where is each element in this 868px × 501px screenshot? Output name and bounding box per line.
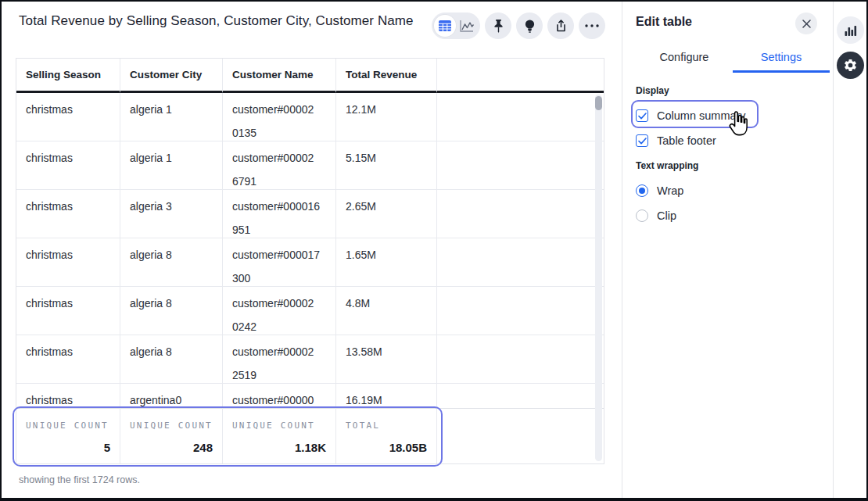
more-options-button[interactable] bbox=[579, 13, 605, 39]
table-grid: Selling Season Customer City Customer Na… bbox=[16, 59, 604, 463]
line-chart-icon bbox=[459, 20, 475, 33]
close-icon bbox=[802, 20, 811, 28]
analytics-panel-button[interactable] bbox=[837, 16, 864, 44]
table-cell-customer[interactable]: customer#000020135 bbox=[223, 93, 336, 141]
table-cell-revenue[interactable]: 12.1M bbox=[336, 93, 437, 141]
gear-icon bbox=[843, 58, 858, 73]
column-header-total-revenue[interactable]: Total Revenue bbox=[336, 59, 437, 93]
summary-aggregate-label: TOTAL bbox=[346, 420, 380, 431]
table-cell-season[interactable]: christmas bbox=[16, 190, 120, 238]
table-cell-empty[interactable] bbox=[437, 93, 604, 141]
summary-cell-empty[interactable] bbox=[437, 409, 604, 463]
table-cell-revenue[interactable]: 1.65M bbox=[336, 238, 437, 287]
check-icon bbox=[638, 113, 647, 120]
table-cell-revenue[interactable]: 2.65M bbox=[336, 190, 437, 238]
summary-value: 248 bbox=[193, 441, 213, 454]
pin-icon bbox=[493, 19, 504, 34]
table-cell-city[interactable]: algeria 3 bbox=[120, 190, 223, 238]
table-cell-customer[interactable]: customer#000020242 bbox=[223, 287, 336, 335]
table-cell-customer[interactable]: customer#000016951 bbox=[223, 190, 336, 238]
table-cell-empty[interactable] bbox=[437, 335, 604, 384]
checkbox-column-summary[interactable] bbox=[636, 109, 648, 122]
table-cell-city[interactable]: algeria 1 bbox=[120, 141, 223, 190]
table-cell-season[interactable]: christmas bbox=[16, 141, 120, 190]
table-cell-customer[interactable]: customer#000026791 bbox=[223, 141, 336, 190]
element-toolbar bbox=[432, 13, 605, 39]
row-count-status: showing the first 1724 rows. bbox=[19, 474, 140, 485]
data-table: Selling Season Customer City Customer Na… bbox=[16, 58, 604, 464]
table-cell-customer[interactable]: customer#000017300 bbox=[223, 238, 336, 287]
tab-settings[interactable]: Settings bbox=[733, 46, 830, 73]
chart-view-button[interactable] bbox=[456, 15, 478, 37]
share-button[interactable] bbox=[547, 13, 574, 39]
table-cell-season[interactable]: christmas bbox=[16, 238, 120, 287]
clip-label: Clip bbox=[657, 209, 676, 222]
summary-value: 5 bbox=[104, 441, 110, 454]
check-icon bbox=[638, 138, 647, 145]
table-cell-empty[interactable] bbox=[437, 238, 604, 287]
table-cell-empty[interactable] bbox=[437, 287, 604, 335]
summary-cell-selling-season[interactable]: UNIQUE COUNT 5 bbox=[16, 409, 120, 463]
close-panel-button[interactable] bbox=[795, 13, 817, 34]
ellipsis-icon bbox=[585, 24, 599, 27]
text-wrapping-heading: Text wrapping bbox=[636, 160, 698, 171]
table-cell-empty[interactable] bbox=[437, 190, 604, 238]
table-cell-city[interactable]: algeria 8 bbox=[120, 287, 223, 335]
table-cell-empty[interactable] bbox=[437, 141, 604, 190]
bar-chart-icon bbox=[845, 25, 857, 36]
column-header-empty[interactable] bbox=[437, 59, 604, 93]
side-icon-strip bbox=[833, 2, 866, 498]
tab-configure[interactable]: Configure bbox=[636, 46, 733, 73]
table-cell-season[interactable]: christmas bbox=[16, 384, 120, 409]
table-cell-customer[interactable]: customer#00000 bbox=[223, 384, 336, 409]
summary-cell-total-revenue[interactable]: TOTAL 18.05B bbox=[336, 409, 437, 463]
summary-aggregate-label: UNIQUE COUNT bbox=[130, 420, 213, 431]
wrap-option[interactable]: Wrap bbox=[636, 182, 683, 199]
scrollbar-thumb[interactable] bbox=[595, 96, 602, 110]
summary-aggregate-label: UNIQUE COUNT bbox=[232, 420, 315, 431]
radio-clip[interactable] bbox=[636, 209, 648, 222]
summary-aggregate-label: UNIQUE COUNT bbox=[26, 420, 109, 431]
column-header-selling-season[interactable]: Selling Season bbox=[16, 59, 120, 93]
table-cell-city[interactable]: algeria 8 bbox=[120, 238, 223, 287]
checkbox-table-footer[interactable] bbox=[636, 134, 648, 147]
table-cell-season[interactable]: christmas bbox=[16, 335, 120, 384]
table-cell-city[interactable]: algeria 1 bbox=[120, 93, 223, 141]
table-icon bbox=[438, 20, 452, 32]
view-toggle bbox=[432, 13, 480, 39]
column-summary-label: Column summary bbox=[657, 109, 746, 122]
vertical-scrollbar[interactable] bbox=[595, 95, 602, 461]
table-cell-revenue[interactable]: 4.8M bbox=[336, 287, 437, 335]
table-cell-city[interactable]: algeria 8 bbox=[120, 335, 223, 384]
table-cell-empty[interactable] bbox=[437, 384, 604, 409]
edit-table-panel: Edit table Configure Settings Display Co… bbox=[622, 2, 833, 498]
table-cell-revenue[interactable]: 5.15M bbox=[336, 141, 437, 190]
table-cell-customer[interactable]: customer#000022519 bbox=[223, 335, 336, 384]
table-cell-season[interactable]: christmas bbox=[16, 93, 120, 141]
app-window: Total Revenue by Selling Season, Custome… bbox=[0, 0, 868, 501]
panel-tabs: Configure Settings bbox=[636, 46, 830, 73]
wrap-label: Wrap bbox=[657, 184, 683, 197]
table-cell-city[interactable]: argentina0 bbox=[120, 384, 223, 409]
table-view-button[interactable] bbox=[434, 15, 456, 37]
panel-title: Edit table bbox=[636, 15, 692, 29]
suggestions-button[interactable] bbox=[516, 13, 543, 39]
table-cell-season[interactable]: christmas bbox=[16, 287, 120, 335]
summary-cell-customer-name[interactable]: UNIQUE COUNT 1.18K bbox=[223, 409, 336, 463]
table-footer-option[interactable]: Table footer bbox=[636, 132, 716, 149]
table-footer-label: Table footer bbox=[657, 134, 716, 147]
column-summary-option[interactable]: Column summary bbox=[636, 107, 746, 124]
settings-gear-button[interactable] bbox=[837, 52, 864, 79]
pin-button[interactable] bbox=[485, 13, 511, 39]
table-cell-revenue[interactable]: 13.58M bbox=[336, 335, 437, 384]
summary-cell-customer-city[interactable]: UNIQUE COUNT 248 bbox=[120, 409, 223, 463]
summary-value: 18.05B bbox=[389, 441, 427, 454]
table-cell-revenue[interactable]: 16.19M bbox=[336, 384, 437, 409]
column-header-customer-city[interactable]: Customer City bbox=[120, 59, 223, 93]
clip-option[interactable]: Clip bbox=[636, 207, 676, 224]
page-title[interactable]: Total Revenue by Selling Season, Custome… bbox=[19, 13, 414, 29]
share-icon bbox=[554, 19, 568, 33]
radio-wrap[interactable] bbox=[636, 184, 648, 197]
column-header-customer-name[interactable]: Customer Name bbox=[223, 59, 336, 93]
summary-value: 1.18K bbox=[295, 441, 326, 454]
